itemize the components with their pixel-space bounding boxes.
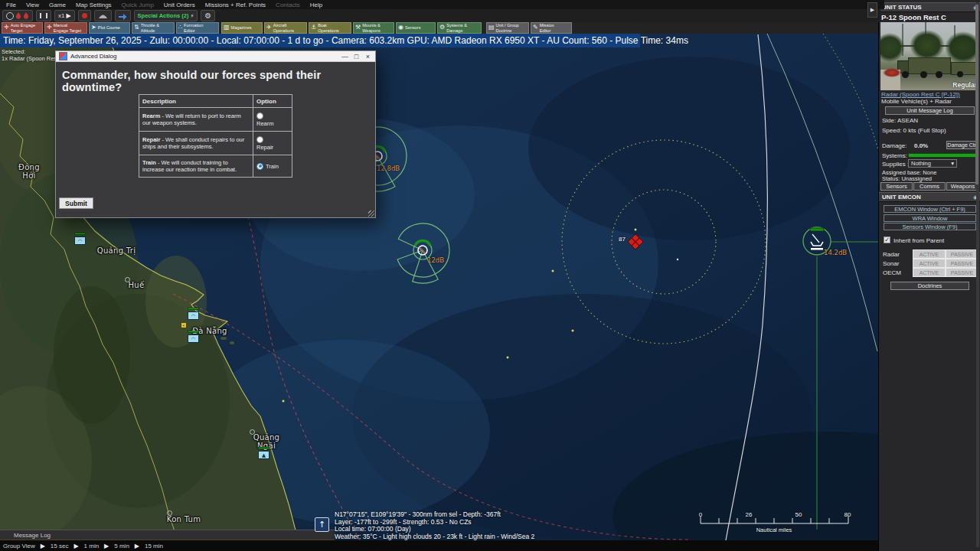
chevron-down-icon: ▾ — [951, 160, 954, 167]
toolbar-button-magazines[interactable]: ▥Magazines — [221, 22, 263, 34]
toolbar-button-systems-damage[interactable]: ⚙Systems & Damage — [437, 22, 482, 34]
close-button[interactable]: × — [362, 53, 374, 60]
settings-button[interactable]: ⚙ — [201, 10, 215, 21]
time-compression-bar: Group View ▶ 15 sec ▶ 1 min ▶ 5 min ▶ 15… — [0, 540, 881, 551]
speed-1-min-button[interactable]: 1 min — [84, 543, 100, 549]
menu-view[interactable]: View — [26, 2, 39, 8]
jump-button[interactable] — [115, 10, 131, 21]
group-view-button[interactable]: Group View — [3, 543, 35, 549]
menu-game[interactable]: Game — [49, 2, 66, 8]
dialog-body: Commander, how should our forces spend t… — [55, 61, 376, 218]
button-label: Manual Engage Target — [54, 23, 81, 32]
dialog-heading: Commander, how should our forces spend t… — [62, 69, 371, 93]
toolbar-button-auto-engage-target[interactable]: ✛Auto Engage Target — [2, 22, 43, 34]
event-camera-button[interactable] — [94, 10, 112, 21]
toolbar-button-plot-course[interactable]: ➤Plot Course — [89, 22, 130, 34]
toolbar-button-sensors[interactable]: ◉Sensors — [396, 22, 436, 34]
radio-repair[interactable] — [256, 136, 263, 143]
scrollbar-thumb[interactable] — [975, 5, 978, 184]
toolbar-button-formation-editor[interactable]: ∴Formation Editor — [176, 22, 219, 34]
damage-ctrl-button[interactable]: Damage Ctrl — [946, 141, 978, 149]
wra-window-button[interactable]: WRA Window — [884, 214, 976, 222]
toolbar-button-mounts-weapons[interactable]: ⚒Mounts & Weapons — [353, 22, 394, 34]
speed-15-sec-button[interactable]: 15 sec — [51, 543, 69, 549]
wheel — [902, 71, 909, 78]
city-label-dong-hoi: Đông Hới — [18, 163, 40, 180]
toolbar-scroll-arrow[interactable]: ▶ — [867, 2, 877, 18]
menu-help[interactable]: Help — [310, 2, 322, 8]
doctrines-button[interactable]: Doctrines — [890, 282, 969, 290]
radio-train[interactable] — [256, 163, 263, 170]
unit-icon-radar-quang-tri[interactable]: ◠ — [74, 236, 86, 245]
inherit-from-parent-checkbox[interactable]: ✓ — [884, 236, 890, 243]
radio-rearm[interactable] — [256, 112, 263, 119]
minimize-button[interactable]: — — [339, 53, 351, 60]
menu-map-settings[interactable]: Map Settings — [76, 2, 112, 8]
unit-icon-radar-da-nang-1[interactable]: ◠ — [188, 311, 199, 320]
status-weather: Weather: 35°C - Light high clouds 20 - 2… — [335, 533, 534, 541]
unit-actions-toolbar: ✛Auto Engage Target ✛Manual Engage Targe… — [0, 22, 878, 34]
scale-unit-label: Nautical miles — [756, 527, 792, 533]
resize-grip[interactable] — [368, 210, 374, 217]
sim-control-toolbar: x1 ▶ Special Actions (2) ⚡ ⚙ — [0, 9, 880, 22]
unit-class-link[interactable]: Radar (Spoon Rest C [P-12]) — [881, 91, 960, 98]
toolbar-button-mission-editor[interactable]: ✎Mission Editor — [531, 22, 572, 34]
maximize-button[interactable]: □ — [351, 53, 362, 60]
contact-label-b: 12dB — [427, 256, 444, 264]
sonar-active-button[interactable]: ACTIVE — [913, 259, 946, 268]
toolbar-button-throttle-altitude[interactable]: ⇅Throttle & Altitude — [132, 22, 175, 34]
menu-missions-ref-points[interactable]: Missions + Ref. Points — [205, 2, 266, 8]
unit-message-log-button[interactable]: Unit Message Log — [885, 106, 975, 115]
radar-active-button[interactable]: ACTIVE — [913, 249, 946, 259]
record-button[interactable] — [78, 10, 91, 21]
menu-file[interactable]: File — [6, 2, 16, 8]
oecm-passive-button[interactable]: PASSIVE — [946, 268, 978, 277]
unit-icon-radar-da-nang-2[interactable]: ◠ — [188, 334, 199, 343]
unit-emcon-header[interactable]: UNIT EMCON ◉ — [879, 192, 980, 202]
sensors-window-button[interactable]: Sensors Window (F9) — [884, 223, 976, 230]
time-compression-button[interactable]: x1 ▶ — [54, 10, 75, 21]
boat-icon: ⚓ — [311, 24, 316, 31]
option-term: Repair — [142, 136, 160, 143]
sonar-passive-button[interactable]: PASSIVE — [946, 259, 978, 268]
tab-sensors[interactable]: Sensors — [880, 182, 913, 191]
airfield-icon-da-nang[interactable]: ▪ — [181, 322, 187, 328]
message-log-bar[interactable]: Message Log — [0, 530, 335, 540]
dialog-title-bar[interactable]: Advanced Dialog — □ × — [55, 51, 376, 61]
speed-5-min-button[interactable]: 5 min — [114, 543, 129, 549]
time-engine-button[interactable] — [2, 10, 33, 21]
special-actions-button[interactable]: Special Actions (2) ⚡ — [134, 10, 198, 21]
toolbar-button-manual-engage-target[interactable]: ✛Manual Engage Target — [44, 22, 87, 34]
scale-label-0: 0 — [699, 511, 702, 518]
unit-icon-facility-quang-ngai[interactable]: ▲ — [258, 451, 270, 459]
flame-icon — [23, 12, 29, 19]
tab-weapons[interactable]: Weapons — [946, 182, 979, 191]
throttle-icon: ⇅ — [134, 24, 139, 31]
emcon-window-button[interactable]: EMCON Window (Ctrl + F9) — [884, 205, 976, 213]
weapons-icon: ⚒ — [355, 24, 361, 31]
unit-name: P-12 Spoon Rest C — [881, 13, 946, 21]
tree — [910, 30, 945, 60]
speed-15-min-button[interactable]: 15 min — [145, 543, 163, 549]
sidebar-scrollbar[interactable] — [976, 2, 979, 547]
systems-health-bar — [908, 153, 978, 158]
unit-status-header[interactable]: UNIT STATUS ◉ — [879, 2, 980, 12]
supplies-label: Supplies : — [882, 161, 909, 168]
pause-button[interactable] — [36, 10, 51, 21]
menu-unit-orders[interactable]: Unit Orders — [164, 2, 195, 8]
toolbar-button-aircraft-operations[interactable]: ✈Aircraft Operations — [264, 22, 307, 34]
toolbar-button-boat-operations[interactable]: ⚓Boat Operations — [309, 22, 351, 34]
oecm-active-button[interactable]: ACTIVE — [913, 268, 946, 277]
contact-label-selected: 14.2dB — [824, 249, 847, 256]
advanced-dialog-window: Advanced Dialog — □ × Commander, how sho… — [55, 51, 376, 218]
submit-button[interactable]: Submit — [59, 197, 93, 209]
editor-icon: ✎ — [533, 24, 538, 31]
trailer — [951, 62, 977, 75]
unit-photo: Regular — [880, 22, 979, 90]
emcon-row-label-oecm: OECM — [883, 269, 901, 276]
supplies-dropdown[interactable]: Nothing ▾ — [908, 159, 957, 168]
dialog-title: Advanced Dialog — [70, 53, 116, 60]
radar-passive-button[interactable]: PASSIVE — [946, 249, 978, 259]
toolbar-button-unit-group-doctrine[interactable]: ▤Unit / Group Doctrine — [486, 22, 529, 34]
tab-comms[interactable]: Comms — [913, 182, 946, 191]
